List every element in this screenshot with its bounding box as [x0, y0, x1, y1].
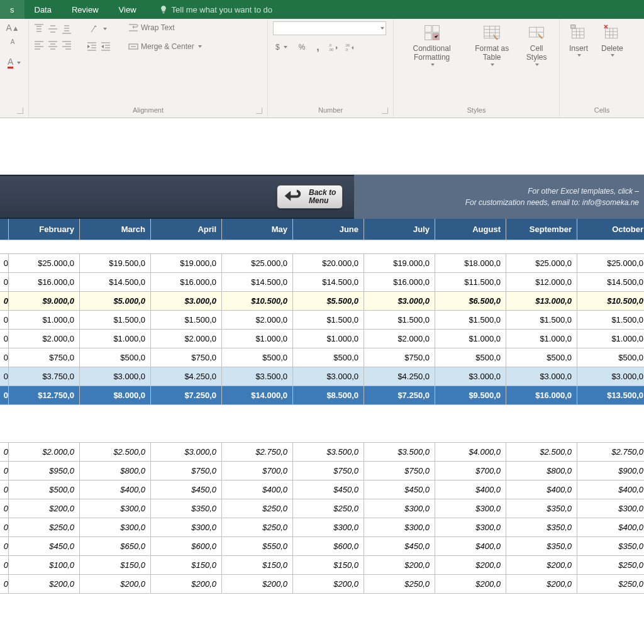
- data-cell[interactable]: $200,0: [80, 575, 151, 594]
- data-cell[interactable]: $800,0: [80, 462, 151, 480]
- worksheet[interactable]: Back toMenu For other Excel templates, c…: [0, 175, 644, 594]
- data-cell[interactable]: $3.000,0: [151, 292, 222, 311]
- data-cell[interactable]: $19.000,0: [151, 254, 222, 273]
- data-cell[interactable]: $400,0: [435, 537, 506, 556]
- cell-styles-button[interactable]: Cell Styles: [519, 21, 554, 67]
- data-cell[interactable]: $100,0: [9, 556, 80, 575]
- data-cell[interactable]: $3.000,0: [506, 367, 577, 386]
- increase-decimal-icon[interactable]: .0.00: [328, 42, 338, 52]
- data-cell[interactable]: $500,0: [577, 348, 644, 367]
- data-cell[interactable]: $7.250,0: [364, 386, 435, 405]
- data-cell[interactable]: $250,0: [9, 518, 80, 537]
- row-leading-cell[interactable]: 0: [0, 330, 9, 348]
- comma-button[interactable]: ,: [314, 40, 321, 54]
- data-cell[interactable]: $16.000,0: [364, 273, 435, 292]
- data-cell[interactable]: $450,0: [293, 480, 364, 499]
- data-cell[interactable]: $14.500,0: [80, 273, 151, 292]
- data-cell[interactable]: $150,0: [222, 556, 293, 575]
- data-cell[interactable]: $1.000,0: [435, 330, 506, 348]
- row-leading-cell[interactable]: 0: [0, 480, 9, 499]
- row-leading-cell[interactable]: 0: [0, 292, 9, 311]
- data-cell[interactable]: $25.000,0: [9, 254, 80, 273]
- data-cell[interactable]: $200,0: [506, 556, 577, 575]
- font-color-button[interactable]: A: [5, 55, 23, 70]
- data-cell[interactable]: $200,0: [9, 575, 80, 594]
- data-cell[interactable]: $3.000,0: [151, 443, 222, 462]
- insert-button[interactable]: Insert: [565, 21, 592, 58]
- data-cell[interactable]: $800,0: [506, 462, 577, 480]
- data-cell[interactable]: $14.500,0: [293, 273, 364, 292]
- data-cell[interactable]: $13.000,0: [506, 292, 577, 311]
- data-cell[interactable]: $450,0: [364, 480, 435, 499]
- row-leading-cell[interactable]: 0: [0, 575, 9, 594]
- data-cell[interactable]: $200,0: [9, 499, 80, 518]
- data-cell[interactable]: $200,0: [435, 575, 506, 594]
- data-cell[interactable]: $25.000,0: [577, 254, 644, 273]
- row-leading-cell[interactable]: 0: [0, 386, 9, 405]
- data-cell[interactable]: $2.000,0: [364, 330, 435, 348]
- data-cell[interactable]: $500,0: [506, 348, 577, 367]
- data-cell[interactable]: $300,0: [293, 518, 364, 537]
- tab-review[interactable]: Review: [62, 0, 109, 19]
- data-cell[interactable]: $700,0: [435, 462, 506, 480]
- col-header[interactable]: April: [151, 219, 222, 240]
- data-cell[interactable]: $12.000,0: [506, 273, 577, 292]
- data-cell[interactable]: $350,0: [506, 499, 577, 518]
- col-header[interactable]: May: [222, 219, 293, 240]
- data-cell[interactable]: $1.500,0: [364, 311, 435, 330]
- data-cell[interactable]: $150,0: [293, 556, 364, 575]
- data-cell[interactable]: $450,0: [9, 537, 80, 556]
- col-header[interactable]: July: [364, 219, 435, 240]
- data-cell[interactable]: $16.000,0: [9, 273, 80, 292]
- row-leading-cell[interactable]: 0: [0, 499, 9, 518]
- row-leading-cell[interactable]: 0: [0, 462, 9, 480]
- data-cell[interactable]: $300,0: [577, 499, 644, 518]
- data-cell[interactable]: $2.750,0: [577, 443, 644, 462]
- data-cell[interactable]: $750,0: [293, 462, 364, 480]
- data-cell[interactable]: $1.000,0: [80, 330, 151, 348]
- data-cell[interactable]: $1.000,0: [577, 330, 644, 348]
- data-cell[interactable]: $250,0: [222, 499, 293, 518]
- data-cell[interactable]: $400,0: [80, 480, 151, 499]
- percent-button[interactable]: %: [296, 42, 308, 53]
- row-leading-cell[interactable]: 0: [0, 311, 9, 330]
- data-cell[interactable]: $14.000,0: [222, 386, 293, 405]
- col-header[interactable]: March: [80, 219, 151, 240]
- align-middle-icon[interactable]: [48, 24, 58, 34]
- data-cell[interactable]: $4.000,0: [435, 443, 506, 462]
- data-cell[interactable]: $300,0: [435, 499, 506, 518]
- data-cell[interactable]: $19.000,0: [364, 254, 435, 273]
- col-header[interactable]: August: [435, 219, 506, 240]
- dialog-launcher-icon[interactable]: [382, 108, 388, 114]
- data-cell[interactable]: $3.000,0: [435, 367, 506, 386]
- data-cell[interactable]: $350,0: [506, 518, 577, 537]
- data-cell[interactable]: $200,0: [293, 575, 364, 594]
- data-cell[interactable]: $25.000,0: [222, 254, 293, 273]
- row-leading-cell[interactable]: 0: [0, 443, 9, 462]
- data-cell[interactable]: $500,0: [9, 480, 80, 499]
- data-cell[interactable]: $9.000,0: [9, 292, 80, 311]
- data-cell[interactable]: $10.500,0: [222, 292, 293, 311]
- increase-font-button[interactable]: A▲: [5, 21, 23, 34]
- row-leading-cell[interactable]: 0: [0, 367, 9, 386]
- data-cell[interactable]: $650,0: [80, 537, 151, 556]
- data-cell[interactable]: $8.500,0: [293, 386, 364, 405]
- increase-indent-icon[interactable]: [101, 42, 111, 52]
- dialog-launcher-icon[interactable]: [17, 108, 23, 114]
- data-cell[interactable]: $16.000,0: [506, 386, 577, 405]
- data-cell[interactable]: $300,0: [364, 499, 435, 518]
- orientation-button[interactable]: [87, 23, 111, 35]
- data-cell[interactable]: $16.000,0: [151, 273, 222, 292]
- data-cell[interactable]: $150,0: [151, 556, 222, 575]
- data-cell[interactable]: $14.500,0: [222, 273, 293, 292]
- data-cell[interactable]: $2.500,0: [506, 443, 577, 462]
- data-cell[interactable]: $300,0: [80, 518, 151, 537]
- data-cell[interactable]: $500,0: [293, 348, 364, 367]
- data-cell[interactable]: $1.000,0: [222, 330, 293, 348]
- data-cell[interactable]: $4.250,0: [151, 367, 222, 386]
- data-cell[interactable]: $600,0: [293, 537, 364, 556]
- data-cell[interactable]: $500,0: [222, 348, 293, 367]
- decrease-font-button[interactable]: A: [5, 35, 23, 48]
- data-cell[interactable]: $7.250,0: [151, 386, 222, 405]
- data-cell[interactable]: $3.750,0: [9, 367, 80, 386]
